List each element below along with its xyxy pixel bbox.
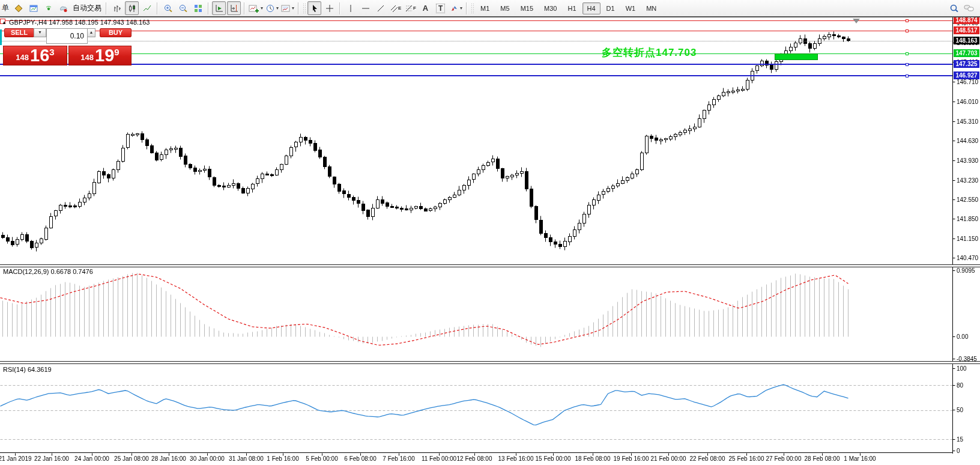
vertical-line-icon[interactable] bbox=[343, 1, 357, 15]
toolbar-grip bbox=[471, 3, 474, 14]
green-zone-rectangle[interactable] bbox=[775, 53, 818, 60]
price-level-label: 146.927 bbox=[954, 71, 979, 79]
charts-window-icon[interactable] bbox=[26, 1, 40, 15]
timeframe-M15[interactable]: M15 bbox=[516, 2, 538, 14]
cursor-icon[interactable] bbox=[307, 1, 321, 15]
toolbar-separator bbox=[298, 2, 299, 14]
time-label: 22 Feb 08:00 bbox=[690, 455, 725, 462]
toolbar-separator bbox=[466, 2, 467, 14]
channel-letter: E bbox=[398, 5, 401, 11]
price-tick: 144.630 bbox=[957, 138, 978, 144]
chart-canvas[interactable] bbox=[0, 0, 980, 465]
indicator-tick: 80 bbox=[957, 382, 963, 389]
tile-windows-icon[interactable] bbox=[191, 1, 205, 15]
one-click-trading-panel: SELL ▼ 0.10 ▲ BUY 148 16 3 148 19 9 bbox=[2, 28, 132, 66]
timeframe-H4[interactable]: H4 bbox=[582, 2, 600, 14]
text-label-tool-icon[interactable]: T bbox=[434, 1, 447, 15]
search-icon[interactable] bbox=[947, 1, 961, 15]
bar-chart-icon[interactable] bbox=[110, 1, 124, 15]
turning-point-annotation[interactable]: 多空转折点147.703 bbox=[602, 46, 697, 59]
line-handle[interactable] bbox=[906, 74, 909, 78]
time-label: 19 Feb 16:00 bbox=[614, 455, 649, 462]
new-order-label-fragment[interactable]: 单 bbox=[0, 3, 11, 13]
signals-icon[interactable] bbox=[41, 1, 55, 15]
price-level-label: 148.517 bbox=[954, 26, 979, 34]
buy-price-prefix: 148 bbox=[80, 53, 94, 62]
indicator-tick: 100 bbox=[957, 365, 967, 372]
line-handle[interactable] bbox=[906, 29, 909, 32]
line-handle[interactable] bbox=[906, 19, 909, 22]
chart-top-border bbox=[0, 17, 980, 17]
timeframe-D1[interactable]: D1 bbox=[602, 2, 620, 14]
panel-collapse-icon[interactable]: ▲ bbox=[2, 20, 7, 25]
time-label: 28 Feb 08:00 bbox=[805, 455, 840, 462]
current-price-line[interactable] bbox=[0, 41, 952, 41]
time-label: 18 Feb 08:00 bbox=[575, 455, 611, 462]
equidistant-channel-icon[interactable]: E bbox=[389, 1, 402, 15]
volume-down-stepper[interactable]: ▼ bbox=[34, 28, 46, 37]
sell-price-tile[interactable]: 148 16 3 bbox=[3, 46, 67, 65]
timeframe-M30[interactable]: M30 bbox=[539, 2, 561, 14]
chart-shift-icon[interactable] bbox=[227, 1, 241, 15]
time-label: 5 Feb 00:00 bbox=[306, 455, 337, 462]
rsi-panel-separator[interactable] bbox=[0, 361, 980, 364]
indicator-tick: 50 bbox=[957, 407, 963, 413]
macd-panel-separator[interactable] bbox=[0, 264, 980, 267]
rsi-header[interactable]: RSI(14) 64.3619 bbox=[3, 366, 52, 373]
macd-header[interactable]: MACD(12,26,9) 0.6678 0.7476 bbox=[3, 268, 93, 275]
buy-price-sup: 9 bbox=[114, 47, 119, 57]
main-toolbar: 单 自动交易 bbox=[0, 0, 980, 17]
buy-price-big: 19 bbox=[95, 47, 114, 63]
gold-diamond-icon[interactable] bbox=[11, 1, 25, 15]
timeframe-H1[interactable]: H1 bbox=[563, 2, 581, 14]
horizontal-level-line[interactable] bbox=[0, 31, 952, 31]
fibonacci-letter: F bbox=[413, 5, 416, 11]
chat-icon[interactable] bbox=[962, 1, 976, 15]
fibonacci-icon[interactable]: F bbox=[404, 1, 417, 15]
toolbar-grip bbox=[303, 3, 306, 14]
time-label: 27 Feb 00:00 bbox=[766, 455, 802, 462]
line-chart-icon[interactable] bbox=[140, 1, 154, 15]
zoom-in-icon[interactable] bbox=[161, 1, 175, 15]
trendline-icon[interactable] bbox=[374, 1, 387, 15]
text-tool-icon[interactable]: A bbox=[419, 1, 432, 15]
toolbar-separator bbox=[208, 2, 209, 14]
mt4-window: 单 自动交易 bbox=[0, 0, 980, 465]
sell-button[interactable]: SELL bbox=[4, 28, 34, 37]
add-indicator-icon[interactable]: ▾ bbox=[248, 1, 264, 15]
time-label: 6 Feb 08:00 bbox=[344, 455, 376, 462]
price-tick: 146.010 bbox=[957, 99, 978, 105]
templates-icon[interactable]: ▾ bbox=[280, 1, 295, 15]
arrows-tool-icon[interactable]: ▾ bbox=[449, 1, 463, 15]
timeframe-M1[interactable]: M1 bbox=[476, 2, 494, 14]
line-handle[interactable] bbox=[906, 52, 909, 55]
line-handle[interactable] bbox=[906, 63, 909, 66]
sell-price-sup: 3 bbox=[49, 47, 54, 57]
periods-clock-icon[interactable]: ▾ bbox=[265, 1, 279, 15]
horizontal-level-line[interactable] bbox=[0, 75, 952, 76]
timeframe-MN[interactable]: MN bbox=[641, 2, 661, 14]
autotrading-label[interactable]: 自动交易 bbox=[71, 3, 103, 13]
horizontal-line-icon[interactable] bbox=[358, 1, 372, 15]
autotrading-icon[interactable] bbox=[56, 1, 70, 15]
price-tick: 143.930 bbox=[957, 157, 978, 164]
symbol-ohlc-header: GBPJPY-,H4 147.958 148.195 147.943 148.1… bbox=[9, 19, 150, 26]
horizontal-level-line[interactable] bbox=[0, 64, 952, 65]
price-tick: 142.550 bbox=[957, 196, 978, 203]
zoom-out-icon[interactable] bbox=[176, 1, 190, 15]
candlestick-chart-icon[interactable] bbox=[125, 1, 139, 15]
sell-price-prefix: 148 bbox=[16, 53, 29, 62]
auto-scroll-icon[interactable] bbox=[212, 1, 226, 15]
timeframe-M5[interactable]: M5 bbox=[495, 2, 514, 14]
volume-up-stepper[interactable]: ▲ bbox=[87, 28, 95, 37]
buy-price-tile[interactable]: 148 19 9 bbox=[68, 46, 132, 65]
crosshair-icon[interactable] bbox=[322, 1, 336, 15]
price-tick: 145.310 bbox=[957, 118, 978, 125]
buy-button[interactable]: BUY bbox=[100, 28, 132, 37]
time-label: 11 Feb 00:00 bbox=[422, 455, 456, 462]
price-tick: 141.850 bbox=[957, 216, 978, 222]
timeframe-W1[interactable]: W1 bbox=[621, 2, 641, 14]
chart-shift-marker[interactable] bbox=[853, 19, 860, 23]
indicator-tick: 0.9095 bbox=[957, 267, 975, 274]
volume-input[interactable]: 0.10 bbox=[46, 28, 88, 44]
